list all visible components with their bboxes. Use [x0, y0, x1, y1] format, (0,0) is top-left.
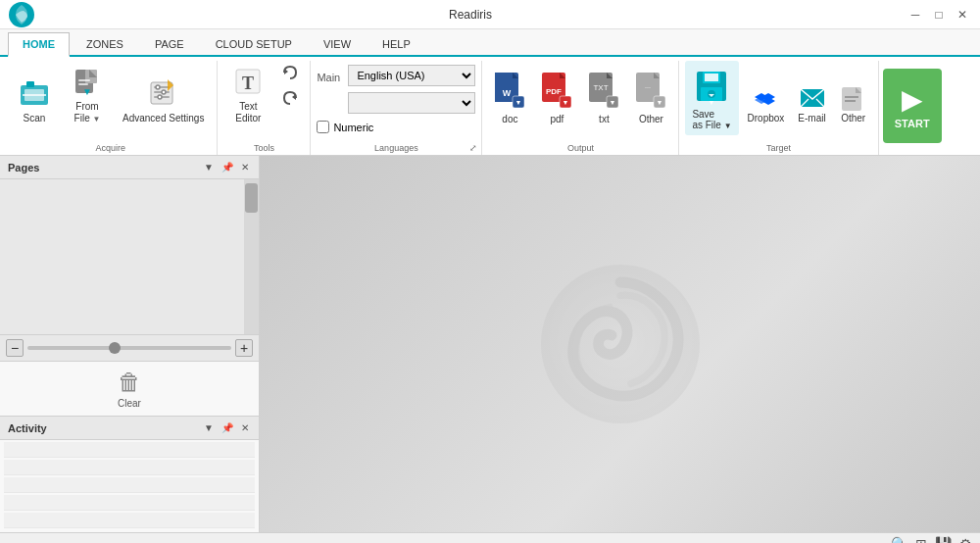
activity-dropdown-button[interactable]: ▼: [202, 422, 216, 433]
output-buttons: W ▼ doc PDF ▼ p: [488, 61, 672, 155]
svg-text:▼: ▼: [563, 99, 569, 106]
target-group-label: Target: [679, 143, 877, 153]
pdf-output-button[interactable]: PDF ▼ pdf: [535, 61, 578, 127]
activity-panel: Activity ▼ 📌 ✕: [0, 416, 259, 532]
activity-close-button[interactable]: ✕: [239, 422, 251, 433]
pages-close-button[interactable]: ✕: [239, 162, 251, 173]
activity-row: [4, 442, 255, 458]
txt-label: txt: [599, 114, 610, 124]
status-grid-icon[interactable]: ⊞: [915, 536, 927, 544]
dropbox-icon: [752, 83, 779, 111]
text-editor-icon: T: [230, 64, 266, 99]
ribbon-group-tools: T TextEditor: [218, 61, 311, 155]
numeric-checkbox[interactable]: [317, 121, 329, 133]
zoom-thumb[interactable]: [109, 342, 121, 354]
svg-marker-21: [292, 94, 296, 100]
tab-home[interactable]: HOME: [8, 32, 70, 57]
status-search-icon[interactable]: 🔍: [891, 536, 907, 544]
svg-rect-45: [705, 74, 718, 81]
activity-row: [4, 477, 255, 493]
pages-pin-button[interactable]: 📌: [220, 162, 235, 173]
clear-area: 🗑 Clear: [0, 361, 259, 416]
email-button[interactable]: E-mail: [793, 61, 830, 127]
numeric-checkbox-row: Numeric: [317, 121, 475, 133]
target-buttons: ▼ Saveas File ▼ Dropbox: [685, 61, 871, 155]
activity-row: [4, 495, 255, 511]
pages-header-controls: ▼ 📌 ✕: [202, 162, 251, 173]
svg-text:▼: ▼: [515, 99, 522, 106]
close-button[interactable]: ✕: [953, 5, 972, 25]
other-target-label: Other: [841, 113, 865, 124]
txt-output-button[interactable]: TXT ▼ txt: [582, 61, 625, 127]
save-as-file-label: Saveas File ▼: [692, 109, 731, 130]
main-language-select[interactable]: English (USA) French German Spanish: [348, 65, 475, 86]
left-panel: Pages ▼ 📌 ✕ − + 🗑 Clear: [0, 156, 260, 532]
zoom-in-button[interactable]: +: [235, 339, 253, 357]
redo-button[interactable]: [276, 86, 304, 110]
acquire-group-label: Acquire: [4, 143, 217, 153]
doc-icon: W ▼: [493, 71, 526, 110]
from-file-button[interactable]: ▼ FromFile ▼: [63, 61, 112, 127]
scan-button[interactable]: Scan: [10, 61, 59, 127]
dropbox-button[interactable]: Dropbox: [743, 61, 790, 127]
clear-label: Clear: [118, 398, 141, 409]
other-target-button[interactable]: Other: [835, 61, 872, 127]
languages-expand-icon[interactable]: ⤢: [469, 143, 477, 153]
canvas-area: [260, 156, 980, 532]
svg-point-17: [158, 95, 162, 99]
pdf-label: pdf: [550, 114, 564, 124]
tab-zones[interactable]: ZONES: [72, 32, 138, 55]
zoom-out-button[interactable]: −: [6, 339, 24, 357]
window-title: Readiris: [35, 8, 906, 22]
other-output-button[interactable]: ··· ▼ Other: [629, 61, 672, 127]
zoom-bar: − +: [0, 334, 259, 361]
zoom-slider[interactable]: [27, 346, 231, 350]
start-button[interactable]: ▶ START: [883, 69, 942, 143]
tools-group-label: Tools: [218, 143, 310, 153]
tab-view[interactable]: VIEW: [309, 32, 366, 55]
doc-output-button[interactable]: W ▼ doc: [488, 61, 531, 127]
ribbon-content: Scan ▼ FromFile ▼: [0, 57, 980, 156]
pages-content-area: [0, 179, 259, 334]
dropbox-label: Dropbox: [748, 113, 785, 124]
svg-text:▼: ▼: [82, 86, 92, 97]
clear-icon[interactable]: 🗑: [118, 369, 141, 396]
start-label: START: [895, 118, 930, 129]
minimize-button[interactable]: ─: [906, 5, 925, 25]
pages-dropdown-button[interactable]: ▼: [202, 162, 216, 173]
pdf-icon: PDF ▼: [540, 71, 573, 110]
email-icon: [799, 83, 826, 111]
from-file-label: FromFile ▼: [74, 101, 101, 124]
scrollbar-thumb[interactable]: [245, 183, 258, 213]
status-settings-icon[interactable]: ⚙: [959, 536, 972, 544]
advanced-settings-label: Advanced Settings: [122, 113, 204, 124]
tab-page[interactable]: PAGE: [140, 32, 199, 55]
tab-cloud-setup[interactable]: CLOUD SETUP: [201, 32, 307, 55]
svg-text:T: T: [242, 74, 254, 93]
start-play-icon: ▶: [902, 83, 923, 116]
acquire-buttons: Scan ▼ FromFile ▼: [10, 61, 211, 155]
text-editor-button[interactable]: T TextEditor: [223, 61, 272, 127]
other-output-label: Other: [639, 114, 663, 124]
undo-button[interactable]: [276, 61, 304, 84]
svg-rect-9: [78, 83, 88, 85]
from-file-icon: ▼: [70, 64, 105, 99]
maximize-button[interactable]: □: [929, 5, 949, 25]
email-label: E-mail: [798, 113, 825, 124]
status-save-icon[interactable]: 💾: [935, 536, 952, 544]
activity-pin-button[interactable]: 📌: [220, 422, 235, 433]
second-language-select[interactable]: [348, 92, 475, 114]
svg-text:W: W: [503, 88, 512, 98]
numeric-label: Numeric: [333, 122, 373, 133]
txt-icon: TXT ▼: [587, 71, 620, 110]
svg-text:PDF: PDF: [546, 87, 562, 96]
scan-label: Scan: [24, 113, 46, 124]
advanced-settings-button[interactable]: Advanced Settings: [116, 61, 211, 127]
tab-help[interactable]: HELP: [368, 32, 425, 55]
ribbon-group-target: ▼ Saveas File ▼ Dropbox: [679, 61, 878, 155]
pages-scrollbar[interactable]: [244, 179, 259, 334]
svg-rect-8: [78, 79, 90, 81]
save-as-file-button[interactable]: ▼ Saveas File ▼: [685, 61, 738, 135]
svg-text:▼: ▼: [657, 99, 663, 106]
undo-redo-group: [276, 61, 304, 123]
